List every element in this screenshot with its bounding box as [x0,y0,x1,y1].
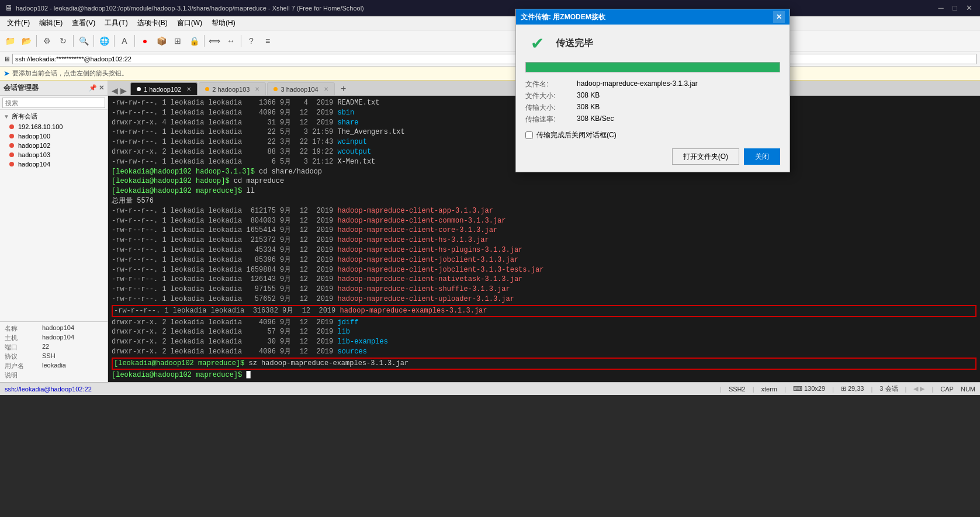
status-sep-1: | [720,386,722,393]
menu-window[interactable]: 窗口(W) [172,17,207,29]
toolbar-open-btn[interactable]: 📂 [19,33,34,48]
toolbar-grid-btn[interactable]: ⊞ [170,33,185,48]
toolbar-new-btn[interactable]: 📁 [2,33,18,48]
sidebar-item-hadoop103[interactable]: hadoop103 [0,150,108,159]
window-title: hadoop102 - leokadia@hadoop102:/opt/modu… [16,5,934,12]
sidebar-title: 会话管理器 [4,83,39,93]
term-line-21: -rw-r--r--. 1 leokadia leokadia 316382 9… [112,305,976,317]
filename-label: 文件名: [525,79,572,89]
session-add-bar: ➤ 要添加当前会话，点击左侧的箭头按钮。 [0,67,980,81]
window-controls: ─ □ ✕ [934,3,975,13]
menu-tools[interactable]: 工具(T) [100,17,132,29]
dialog-content: ✔ 传送完毕 文件名: hadoop-mapreduce-examples-3.… [516,25,789,172]
sidebar-host-label: hadoop100 [18,133,50,140]
toolbar-red-btn[interactable]: ● [137,33,153,48]
close-on-complete-checkbox[interactable] [525,131,533,139]
info-value-host: hadoop104 [42,334,103,342]
sidebar-header: 会话管理器 📌 ✕ [0,81,108,96]
tab-hadoop103[interactable]: 2 hadoop103 ✕ [199,82,266,95]
info-label-port: 端口 [5,343,40,352]
toolbar-lock-btn[interactable]: 🔒 [186,33,202,48]
menu-tabs[interactable]: 选项卡(B) [133,17,172,29]
dialog-close-btn[interactable]: 关闭 [744,148,780,165]
info-value-port: 22 [42,343,103,352]
term-line-23: drwxr-xr-x. 2 leokadia leokadia 57 9月 12… [112,327,976,337]
info-label-host: 主机 [5,334,40,342]
session-add-text: 要添加当前会话，点击左侧的箭头按钮。 [12,69,128,78]
tab-label-3: 3 hadoop104 [281,86,318,93]
sidebar-item-hadoop104[interactable]: hadoop104 [0,159,108,169]
term-line-14: -rw-r--r--. 1 leokadia leokadia 215372 9… [112,235,976,245]
status-cap: CAP [940,386,954,393]
filesize-value: 308 KB [577,91,780,101]
status-connection: ssh://leokadia@hadoop102:22 [5,386,713,393]
tab-dot-1 [137,87,141,91]
tab-hadoop104[interactable]: 3 hadoop104 ✕ [267,82,334,95]
toolbar-sep-5 [134,35,135,47]
menu-bar: 文件(F) 编辑(E) 查看(V) 工具(T) 选项卡(B) 窗口(W) 帮助(… [0,16,980,30]
minimize-button[interactable]: ─ [934,3,947,13]
info-label-proto: 协议 [5,352,40,361]
sidebar-item-192[interactable]: 192.168.10.100 [0,122,108,131]
toolbar-extra-btn[interactable]: ≡ [260,33,275,48]
tab-close-1[interactable]: ✕ [186,86,191,92]
toolbar-btn-2[interactable]: ⚙ [39,33,54,48]
connection-status-dot [9,124,14,129]
toolbar-globe-btn[interactable]: 🌐 [96,33,112,48]
sidebar-pin-icon[interactable]: 📌 [89,84,97,92]
open-folder-button[interactable]: 打开文件夹(O) [672,148,739,165]
sidebar-item-hadoop102[interactable]: hadoop102 [0,141,108,150]
sidebar-host-label: hadoop102 [18,142,50,149]
close-button[interactable]: ✕ [962,3,975,13]
sidebar-host-label: hadoop104 [18,161,50,168]
tab-add-button[interactable]: + [337,82,350,95]
info-value-name: hadoop104 [42,324,103,333]
term-line-total: 总用量 5576 [112,196,976,206]
term-line-26: [leokadia@hadoop102 mapreduce]$ sz hadoo… [112,358,976,370]
status-num: NUM [961,386,975,393]
tab-hadoop102[interactable]: 1 hadoop102 ✕ [130,82,198,95]
dialog-title: 文件传输: 用ZMODEM接收 [521,12,605,22]
tab-dot-3 [273,87,278,91]
dialog-titlebar: 文件传输: 用ZMODEM接收 ✕ [516,9,789,25]
status-sessions: 3 会话 [879,384,898,393]
dialog-buttons: 打开文件夹(O) 关闭 [525,148,780,165]
close-on-complete-row: 传输完成后关闭对话框(C) [525,130,780,140]
toolbar-search-btn[interactable]: 🔍 [76,33,91,48]
session-add-arrow: ➤ [4,69,10,78]
toolbar-btn-3[interactable]: ↻ [56,33,71,48]
status-sep-7: | [931,386,933,393]
address-input[interactable] [12,54,976,64]
sidebar-search-area [0,96,108,110]
dialog-close-button[interactable]: ✕ [773,11,785,23]
term-line-11: -rw-r--r--. 1 leokadia leokadia 612175 9… [112,206,976,216]
sidebar-search-input[interactable] [2,98,105,108]
toolbar-sep-2 [73,35,74,47]
tab-close-3[interactable]: ✕ [324,86,328,92]
sidebar: 会话管理器 📌 ✕ ▼ 所有会话 192.168.10.100 hadoop10… [0,81,108,382]
toolbar-help-btn[interactable]: ? [244,33,259,48]
menu-view[interactable]: 查看(V) [67,17,100,29]
tab-nav-right[interactable]: ▶ [119,86,128,95]
sidebar-item-all-sessions[interactable]: ▼ 所有会话 [0,111,108,122]
tab-close-2[interactable]: ✕ [255,86,259,92]
sidebar-item-hadoop100[interactable]: hadoop100 [0,131,108,141]
status-sep-2: | [753,386,754,393]
maximize-button[interactable]: □ [948,3,961,13]
toolbar-arrow2-btn[interactable]: ↔ [223,33,238,48]
menu-edit[interactable]: 编辑(E) [34,17,67,29]
menu-help[interactable]: 帮助(H) [207,17,240,29]
title-bar: 🖥 hadoop102 - leokadia@hadoop102:/opt/mo… [0,0,980,16]
term-line-27: [leokadia@hadoop102 mapreduce]$ █ [112,370,976,380]
menu-file[interactable]: 文件(F) [2,17,34,29]
transfer-complete-label: 传送完毕 [556,37,593,50]
status-sep-4: | [832,386,834,393]
sidebar-host-label: hadoop103 [18,151,50,158]
tab-nav-left[interactable]: ◀ [110,86,119,95]
toolbar-orange-btn[interactable]: 📦 [154,33,169,48]
expand-icon: ▼ [4,113,9,120]
status-sep-3: | [784,386,786,393]
sidebar-close-icon[interactable]: ✕ [99,84,104,92]
toolbar-font-btn[interactable]: A [117,33,132,48]
toolbar-arrow-btn[interactable]: ⟺ [207,33,222,48]
